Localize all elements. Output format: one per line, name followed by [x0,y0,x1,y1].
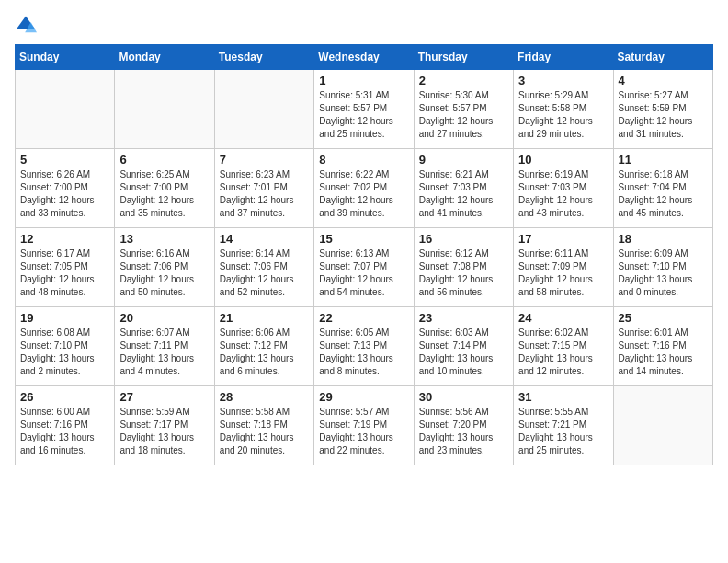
calendar-cell: 7Sunrise: 6:23 AM Sunset: 7:01 PM Daylig… [214,149,313,228]
day-info: Sunrise: 6:18 AM Sunset: 7:04 PM Dayligh… [619,168,708,220]
calendar-header-tuesday: Tuesday [214,45,313,70]
day-number: 28 [220,390,309,404]
calendar-cell: 16Sunrise: 6:12 AM Sunset: 7:08 PM Dayli… [414,228,513,307]
day-number: 11 [619,153,708,167]
day-info: Sunrise: 6:21 AM Sunset: 7:03 PM Dayligh… [419,168,508,220]
calendar-week-row: 1Sunrise: 5:31 AM Sunset: 5:57 PM Daylig… [16,70,713,149]
day-number: 22 [319,311,408,325]
calendar-cell: 3Sunrise: 5:29 AM Sunset: 5:58 PM Daylig… [514,70,613,149]
day-info: Sunrise: 6:17 AM Sunset: 7:05 PM Dayligh… [20,247,109,299]
day-info: Sunrise: 5:31 AM Sunset: 5:57 PM Dayligh… [319,89,408,141]
day-number: 9 [419,153,508,167]
calendar-cell: 15Sunrise: 6:13 AM Sunset: 7:07 PM Dayli… [314,228,414,307]
calendar-header-friday: Friday [514,45,613,70]
day-info: Sunrise: 6:14 AM Sunset: 7:06 PM Dayligh… [220,247,309,299]
calendar-header-wednesday: Wednesday [314,45,414,70]
day-number: 14 [220,232,309,246]
day-info: Sunrise: 5:55 AM Sunset: 7:21 PM Dayligh… [518,406,608,457]
calendar-cell: 25Sunrise: 6:01 AM Sunset: 7:16 PM Dayli… [613,307,712,386]
calendar-cell: 24Sunrise: 6:02 AM Sunset: 7:15 PM Dayli… [514,307,613,386]
calendar-cell: 28Sunrise: 5:58 AM Sunset: 7:18 PM Dayli… [214,386,313,465]
day-info: Sunrise: 6:12 AM Sunset: 7:08 PM Dayligh… [419,247,508,299]
day-info: Sunrise: 6:25 AM Sunset: 7:00 PM Dayligh… [119,168,209,220]
day-number: 26 [20,390,109,404]
calendar-cell [214,70,313,149]
calendar-week-row: 26Sunrise: 6:00 AM Sunset: 7:16 PM Dayli… [16,386,713,465]
calendar-cell [16,70,115,149]
logo-icon [15,15,37,37]
day-info: Sunrise: 6:09 AM Sunset: 7:10 PM Dayligh… [619,247,708,299]
calendar-cell: 2Sunrise: 5:30 AM Sunset: 5:57 PM Daylig… [414,70,513,149]
calendar-cell: 29Sunrise: 5:57 AM Sunset: 7:19 PM Dayli… [314,386,414,465]
calendar-cell: 20Sunrise: 6:07 AM Sunset: 7:11 PM Dayli… [115,307,214,386]
day-info: Sunrise: 6:03 AM Sunset: 7:14 PM Dayligh… [419,327,508,378]
calendar-cell: 27Sunrise: 5:59 AM Sunset: 7:17 PM Dayli… [115,386,214,465]
calendar-table: SundayMondayTuesdayWednesdayThursdayFrid… [15,44,713,465]
calendar-cell: 8Sunrise: 6:22 AM Sunset: 7:02 PM Daylig… [314,149,414,228]
calendar-cell: 17Sunrise: 6:11 AM Sunset: 7:09 PM Dayli… [514,228,613,307]
day-number: 4 [619,74,708,87]
calendar-cell: 10Sunrise: 6:19 AM Sunset: 7:03 PM Dayli… [514,149,613,228]
day-info: Sunrise: 6:00 AM Sunset: 7:16 PM Dayligh… [20,406,109,457]
calendar-cell [613,386,712,465]
calendar-cell: 1Sunrise: 5:31 AM Sunset: 5:57 PM Daylig… [314,70,414,149]
day-number: 29 [319,390,408,404]
day-info: Sunrise: 5:57 AM Sunset: 7:19 PM Dayligh… [319,406,408,457]
calendar-header-saturday: Saturday [613,45,712,70]
day-number: 21 [220,311,309,325]
calendar-cell: 13Sunrise: 6:16 AM Sunset: 7:06 PM Dayli… [115,228,214,307]
day-number: 27 [119,390,209,404]
day-number: 24 [518,311,608,325]
day-info: Sunrise: 5:29 AM Sunset: 5:58 PM Dayligh… [518,89,608,141]
day-info: Sunrise: 6:08 AM Sunset: 7:10 PM Dayligh… [20,327,109,378]
calendar-cell: 4Sunrise: 5:27 AM Sunset: 5:59 PM Daylig… [613,70,712,149]
day-number: 20 [119,311,209,325]
calendar-cell: 6Sunrise: 6:25 AM Sunset: 7:00 PM Daylig… [115,149,214,228]
day-info: Sunrise: 6:01 AM Sunset: 7:16 PM Dayligh… [619,327,708,378]
day-number: 16 [419,232,508,246]
calendar-cell: 23Sunrise: 6:03 AM Sunset: 7:14 PM Dayli… [414,307,513,386]
calendar-cell: 9Sunrise: 6:21 AM Sunset: 7:03 PM Daylig… [414,149,513,228]
day-info: Sunrise: 5:30 AM Sunset: 5:57 PM Dayligh… [419,89,508,141]
day-number: 6 [119,153,209,167]
day-number: 8 [319,153,408,167]
day-info: Sunrise: 5:58 AM Sunset: 7:18 PM Dayligh… [220,406,309,457]
day-info: Sunrise: 6:23 AM Sunset: 7:01 PM Dayligh… [220,168,309,220]
day-number: 13 [119,232,209,246]
day-number: 7 [220,153,309,167]
day-info: Sunrise: 5:27 AM Sunset: 5:59 PM Dayligh… [619,89,708,141]
day-number: 23 [419,311,508,325]
day-info: Sunrise: 6:26 AM Sunset: 7:00 PM Dayligh… [20,168,109,220]
day-number: 2 [419,74,508,87]
calendar-cell [115,70,214,149]
day-info: Sunrise: 6:11 AM Sunset: 7:09 PM Dayligh… [518,247,608,299]
day-info: Sunrise: 5:59 AM Sunset: 7:17 PM Dayligh… [119,406,209,457]
day-info: Sunrise: 6:02 AM Sunset: 7:15 PM Dayligh… [518,327,608,378]
day-number: 19 [20,311,109,325]
calendar-cell: 14Sunrise: 6:14 AM Sunset: 7:06 PM Dayli… [214,228,313,307]
calendar-cell: 5Sunrise: 6:26 AM Sunset: 7:00 PM Daylig… [16,149,115,228]
calendar-cell: 26Sunrise: 6:00 AM Sunset: 7:16 PM Dayli… [16,386,115,465]
day-number: 30 [419,390,508,404]
day-number: 10 [518,153,608,167]
day-info: Sunrise: 6:19 AM Sunset: 7:03 PM Dayligh… [518,168,608,220]
calendar-header-monday: Monday [115,45,214,70]
day-info: Sunrise: 6:13 AM Sunset: 7:07 PM Dayligh… [319,247,408,299]
day-number: 12 [20,232,109,246]
day-number: 18 [619,232,708,246]
calendar-week-row: 12Sunrise: 6:17 AM Sunset: 7:05 PM Dayli… [16,228,713,307]
calendar-cell: 18Sunrise: 6:09 AM Sunset: 7:10 PM Dayli… [613,228,712,307]
calendar-week-row: 19Sunrise: 6:08 AM Sunset: 7:10 PM Dayli… [16,307,713,386]
calendar-cell: 19Sunrise: 6:08 AM Sunset: 7:10 PM Dayli… [16,307,115,386]
day-info: Sunrise: 6:16 AM Sunset: 7:06 PM Dayligh… [119,247,209,299]
day-info: Sunrise: 5:56 AM Sunset: 7:20 PM Dayligh… [419,406,508,457]
day-number: 15 [319,232,408,246]
calendar-cell: 12Sunrise: 6:17 AM Sunset: 7:05 PM Dayli… [16,228,115,307]
day-number: 17 [518,232,608,246]
day-number: 25 [619,311,708,325]
day-info: Sunrise: 6:22 AM Sunset: 7:02 PM Dayligh… [319,168,408,220]
calendar-header-thursday: Thursday [414,45,513,70]
day-number: 31 [518,390,608,404]
day-number: 1 [319,74,408,87]
day-info: Sunrise: 6:07 AM Sunset: 7:11 PM Dayligh… [119,327,209,378]
